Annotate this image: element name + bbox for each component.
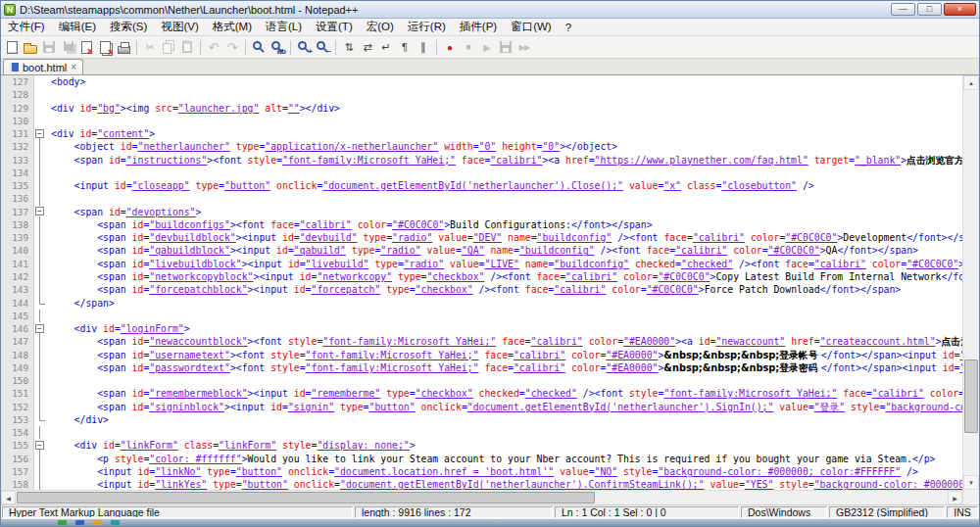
- code-line[interactable]: 133 <span id="instructions"><font style=…: [1, 154, 962, 167]
- new-file-button[interactable]: [3, 38, 21, 56]
- menu-plugins[interactable]: 插件(P): [453, 19, 504, 35]
- code-line[interactable]: 142 <span id="networkcopyblock"><input i…: [1, 270, 962, 283]
- tab-close-icon[interactable]: ×: [71, 63, 76, 72]
- fold-minus-icon[interactable]: −: [35, 324, 44, 333]
- close-file-button[interactable]: [77, 38, 95, 56]
- code-line[interactable]: 158 <input id="linkYes" type="button" on…: [1, 478, 962, 490]
- fold-minus-icon[interactable]: −: [35, 441, 44, 450]
- vertical-scroll-thumb[interactable]: [964, 359, 978, 433]
- record-macro-button[interactable]: ●: [441, 38, 459, 56]
- code-line[interactable]: 139 <span id="devbuildblock"><input id="…: [1, 231, 962, 244]
- horizontal-scroll-thumb[interactable]: [17, 492, 595, 503]
- fold-margin: [34, 401, 48, 413]
- taskbar-icon[interactable]: [75, 520, 84, 525]
- code-line[interactable]: 136: [1, 192, 962, 205]
- close-button[interactable]: ×: [944, 3, 976, 16]
- vertical-scroll-track[interactable]: [963, 90, 979, 475]
- fold-collapse-button[interactable]: −: [34, 322, 48, 335]
- minimize-button[interactable]: —: [891, 3, 915, 16]
- menu-window[interactable]: 窗口(W): [504, 19, 559, 35]
- code-line[interactable]: 154: [1, 426, 962, 439]
- indent-guide-button[interactable]: ∥: [415, 38, 432, 56]
- taskbar-sliver[interactable]: [1, 519, 979, 526]
- code-line[interactable]: 151 <span id="remembermeblock"><input id…: [1, 387, 962, 400]
- code-line[interactable]: 152 <span id="signinblock"><input id="si…: [1, 401, 962, 413]
- zoom-out-button[interactable]: −: [314, 38, 331, 56]
- menu-edit[interactable]: 编辑(E): [52, 19, 103, 35]
- scroll-down-icon[interactable]: ▼: [963, 475, 979, 490]
- toolbar-separator: [436, 40, 437, 55]
- zoom-in-button[interactable]: +: [295, 38, 313, 56]
- word-wrap-button[interactable]: ↵: [377, 38, 395, 56]
- menu-file[interactable]: 文件(F): [1, 19, 52, 35]
- code-text: <span id="livebuildblock"><input id="liv…: [48, 258, 962, 270]
- open-file-button[interactable]: [22, 38, 39, 56]
- menu-search[interactable]: 搜索(S): [103, 19, 154, 35]
- vertical-scrollbar[interactable]: ▲ ▼: [962, 75, 979, 504]
- scroll-up-icon[interactable]: ▲: [963, 75, 979, 90]
- code-line[interactable]: 140 <span id="qabuildblock"><input id="q…: [1, 244, 962, 257]
- code-line[interactable]: 147 <span id="newaccountblock"><font sty…: [1, 335, 962, 348]
- code-line[interactable]: 157 <input id="linkNo" type="button" onc…: [1, 465, 962, 478]
- taskbar-icon[interactable]: [111, 520, 120, 525]
- menu-help[interactable]: ?: [559, 21, 578, 34]
- horizontal-scrollbar[interactable]: ◀ ▶: [1, 490, 962, 504]
- status-typing-mode[interactable]: INS: [947, 506, 978, 518]
- fold-collapse-button[interactable]: −: [34, 206, 48, 218]
- title-bar[interactable]: N D:\Steam\steamapps\common\Nether\Launc…: [1, 1, 979, 19]
- replace-button[interactable]: ab: [269, 38, 286, 56]
- code-line[interactable]: 149 <span id="passwordtext"><font style=…: [1, 361, 962, 374]
- print-button[interactable]: [115, 38, 132, 56]
- code-line[interactable]: 138 <span id="buildconfigs"><font face="…: [1, 218, 962, 231]
- code-line[interactable]: 144 </span>: [1, 297, 962, 310]
- code-line[interactable]: 137− <span id="devoptions">: [1, 206, 962, 218]
- code-line[interactable]: 135 <input id="closeapp" type="button" o…: [1, 179, 962, 192]
- line-number: 138: [1, 218, 34, 231]
- status-eol-format[interactable]: Dos\Windows: [741, 506, 827, 518]
- code-line[interactable]: 150: [1, 374, 962, 387]
- taskbar-icon[interactable]: [58, 520, 67, 525]
- code-area[interactable]: 127<body>128129<div id="bg"><img src="la…: [1, 75, 962, 490]
- fold-collapse-button[interactable]: −: [34, 439, 48, 452]
- menu-run[interactable]: 运行(R): [401, 19, 453, 35]
- scroll-left-icon[interactable]: ◀: [1, 491, 16, 504]
- menu-language[interactable]: 语言(L): [259, 19, 309, 35]
- line-number: 156: [1, 453, 34, 465]
- line-number: 132: [1, 140, 34, 153]
- code-line[interactable]: 132 <object id="netherlauncher" type="ap…: [1, 140, 962, 153]
- fold-minus-icon[interactable]: −: [35, 129, 44, 138]
- code-line[interactable]: 148 <span id="usernametext"><font style=…: [1, 349, 962, 361]
- taskbar-icon[interactable]: [93, 520, 102, 525]
- code-line[interactable]: 153 </div>: [1, 413, 962, 426]
- menu-format[interactable]: 格式(M): [206, 19, 259, 35]
- sync-horizontal-scroll-button[interactable]: ⇄: [359, 38, 376, 56]
- code-line[interactable]: 145: [1, 310, 962, 322]
- status-encoding[interactable]: GB2312 (Simplified): [829, 506, 945, 518]
- code-line[interactable]: 127<body>: [1, 75, 962, 88]
- code-text: <span id="devbuildblock"><input id="devb…: [48, 231, 962, 244]
- fold-collapse-button[interactable]: −: [34, 127, 48, 140]
- code-line[interactable]: 134: [1, 167, 962, 179]
- show-all-characters-button[interactable]: ¶: [396, 38, 414, 56]
- code-line[interactable]: 143 <span id="forcepatchblock"><input id…: [1, 283, 962, 296]
- tab-boot-html[interactable]: boot.html ×: [3, 59, 83, 74]
- code-line[interactable]: 130: [1, 115, 962, 127]
- line-number: 146: [1, 322, 34, 335]
- menu-macro[interactable]: 宏(O): [360, 19, 401, 35]
- code-line[interactable]: 141 <span id="livebuildblock"><input id=…: [1, 258, 962, 270]
- scroll-right-icon[interactable]: ▶: [948, 491, 962, 504]
- find-button[interactable]: [250, 38, 268, 56]
- code-line[interactable]: 129<div id="bg"><img src="launcher.jpg" …: [1, 102, 962, 115]
- code-line[interactable]: 131−<div id="content">: [1, 127, 962, 140]
- maximize-button[interactable]: □: [917, 3, 942, 16]
- sync-vertical-scroll-button[interactable]: ⇅: [340, 38, 358, 56]
- close-all-button[interactable]: [96, 38, 114, 56]
- code-line[interactable]: 128: [1, 88, 962, 101]
- code-line[interactable]: 155− <div id="linkForm" class="linkForm"…: [1, 439, 962, 452]
- code-line[interactable]: 146− <div id="loginForm">: [1, 322, 962, 335]
- horizontal-scroll-track[interactable]: [16, 491, 948, 504]
- menu-view[interactable]: 视图(V): [154, 19, 205, 35]
- code-line[interactable]: 156 <p style="color: #ffffff">Would you …: [1, 453, 962, 465]
- menu-settings[interactable]: 设置(T): [309, 19, 360, 35]
- fold-minus-icon[interactable]: −: [35, 207, 44, 216]
